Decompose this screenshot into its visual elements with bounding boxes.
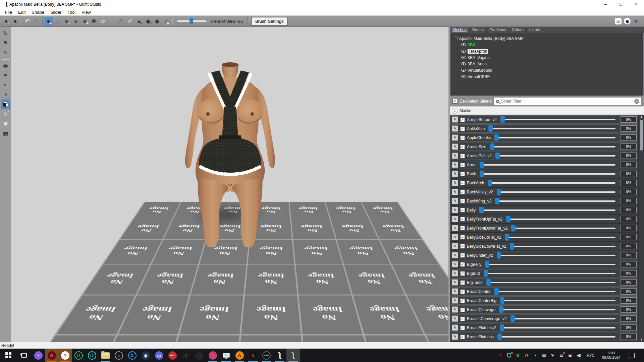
weight-brush-button[interactable]: ✐: [107, 17, 116, 25]
slider-value[interactable]: 0%: [621, 234, 637, 240]
slider-thumb[interactable]: [480, 171, 484, 177]
slider-track[interactable]: [506, 219, 615, 220]
undo-brush-button[interactable]: ▱: [98, 17, 107, 25]
bloody-mouse-tray-icon[interactable]: ✶: [497, 352, 503, 358]
slider-track[interactable]: [479, 209, 615, 211]
slider-value[interactable]: 0%: [621, 180, 637, 186]
view-left-button[interactable]: ◐: [1, 80, 10, 89]
slider-value[interactable]: 0%: [621, 334, 637, 340]
slider-checkbox[interactable]: ✓: [460, 181, 465, 185]
show-vertices-button[interactable]: ∨•: [1, 109, 10, 119]
antivirus-tray-icon[interactable]: [506, 352, 512, 358]
eye-icon[interactable]: [461, 75, 466, 78]
slider-checkbox[interactable]: ✓: [460, 280, 465, 285]
discord-app-icon[interactable]: ω: [152, 349, 166, 362]
slider-thumb[interactable]: [490, 143, 494, 150]
slider-thumb[interactable]: [495, 153, 500, 159]
show-grid-button[interactable]: ▦: [1, 129, 10, 138]
edit-slider-button[interactable]: ✎: [452, 324, 458, 331]
edit-slider-button[interactable]: ✎: [452, 153, 458, 159]
eye-icon[interactable]: [461, 43, 466, 46]
menu-file[interactable]: File: [2, 10, 15, 15]
clear-filter-icon[interactable]: ✕: [634, 99, 639, 104]
slider-checkbox[interactable]: ✓: [460, 289, 465, 294]
edit-slider-button[interactable]: ✎: [452, 279, 458, 286]
slider-value[interactable]: 0%: [621, 306, 637, 313]
undo-button[interactable]: ↶: [23, 17, 32, 25]
slider-track[interactable]: [495, 200, 615, 202]
slider-thumb[interactable]: [497, 189, 501, 195]
inflate-brush-button[interactable]: ●∘: [62, 17, 71, 25]
slider-value[interactable]: 0%: [621, 198, 637, 204]
menu-tool[interactable]: Tool: [64, 10, 78, 15]
show-bones-toggle-button[interactable]: ✖: [1, 119, 10, 128]
masks-header[interactable]: ∨ Masks: [450, 106, 644, 115]
slider-value[interactable]: 0%: [621, 297, 637, 304]
edit-slider-button[interactable]: ✎: [452, 134, 458, 141]
slider-thumb[interactable]: [511, 225, 516, 232]
edit-slider-button[interactable]: ✎: [452, 306, 458, 313]
eye-icon[interactable]: [461, 62, 466, 65]
slider-checkbox[interactable]: ✓: [460, 298, 465, 303]
nvidia-tray-icon[interactable]: ◉: [515, 352, 521, 358]
hwmonitor-app-icon[interactable]: ≈: [206, 349, 219, 362]
slider-track[interactable]: [497, 336, 615, 338]
restore-button[interactable]: □: [613, 0, 629, 9]
scrollbar-thumb[interactable]: [640, 120, 643, 150]
yandex-browser-app-icon[interactable]: Y: [58, 349, 72, 362]
grid-window-tray-icon[interactable]: ▦: [541, 352, 547, 358]
slider-scrollbar[interactable]: ▲ ▼: [639, 115, 644, 342]
menu-shape[interactable]: Shape: [29, 10, 47, 15]
slider-checkbox[interactable]: ✓: [460, 307, 465, 312]
slider-thumb[interactable]: [500, 116, 505, 123]
slider-checkbox[interactable]: ✓: [460, 154, 465, 158]
slider-thumb[interactable]: [484, 270, 488, 277]
smooth-brush-button[interactable]: ✱: [89, 17, 98, 25]
slider-value[interactable]: 0%: [621, 315, 637, 322]
edit-slider-button[interactable]: ✎: [452, 143, 458, 150]
slider-track[interactable]: [488, 128, 615, 129]
slider-track[interactable]: [511, 318, 615, 319]
tree-item-virtualground[interactable]: VirtualGround: [454, 67, 643, 73]
scale-tool-button[interactable]: ◆↕: [153, 17, 162, 25]
usb-tray-icon[interactable]: Ψ: [550, 352, 556, 358]
pencil-edit-button[interactable]: ✎: [1, 48, 10, 57]
slider-track[interactable]: [500, 119, 615, 120]
tree-collapse-icon[interactable]: −: [454, 37, 458, 40]
tab-partitions[interactable]: Partitions: [487, 27, 509, 33]
volume-tray-icon[interactable]: ◀): [576, 352, 582, 358]
menu-slider[interactable]: Slider: [47, 10, 64, 15]
edit-slider-button[interactable]: ✎: [452, 315, 458, 322]
slider-value[interactable]: 0%: [621, 243, 637, 249]
slider-value[interactable]: 0%: [621, 225, 637, 231]
load-project-button[interactable]: ●★: [2, 17, 11, 25]
slider-value[interactable]: 0%: [621, 324, 637, 331]
deselect-sliders-checkbox[interactable]: ✓: [452, 99, 457, 104]
slider-track[interactable]: [494, 137, 615, 138]
edit-slider-button[interactable]: ✎: [452, 270, 458, 277]
edit-slider-button[interactable]: ✎: [452, 261, 458, 267]
deflate-brush-button[interactable]: ◕: [71, 17, 80, 25]
slider-value[interactable]: 0%: [621, 189, 637, 195]
view-back-button[interactable]: ●: [1, 70, 10, 80]
load-reference-button[interactable]: ●→: [11, 17, 20, 25]
slider-checkbox[interactable]: ✓: [460, 235, 465, 240]
security-shield-app-icon[interactable]: D: [85, 349, 99, 362]
slider-thumb[interactable]: [511, 315, 515, 322]
dark-app-icon[interactable]: ·: [193, 349, 206, 362]
menu-edit[interactable]: Edit: [15, 10, 29, 15]
action-center-icon[interactable]: [628, 353, 635, 358]
pin-button[interactable]: ⚑: [1, 38, 10, 48]
opera-app-icon[interactable]: O: [45, 349, 58, 362]
slider-thumb[interactable]: [500, 297, 504, 304]
slider-thumb[interactable]: [497, 334, 502, 340]
edit-slider-button[interactable]: ✎: [452, 334, 458, 340]
slider-value[interactable]: 0%: [621, 207, 637, 213]
slider-checkbox[interactable]: ✓: [460, 208, 465, 213]
minimize-button[interactable]: –: [598, 0, 613, 9]
slider-thumb[interactable]: [510, 243, 514, 250]
slider-checkbox[interactable]: ✓: [460, 335, 465, 339]
eye-icon[interactable]: [461, 69, 466, 72]
slider-checkbox[interactable]: ✓: [460, 217, 465, 222]
slider-checkbox[interactable]: ✓: [460, 199, 465, 203]
